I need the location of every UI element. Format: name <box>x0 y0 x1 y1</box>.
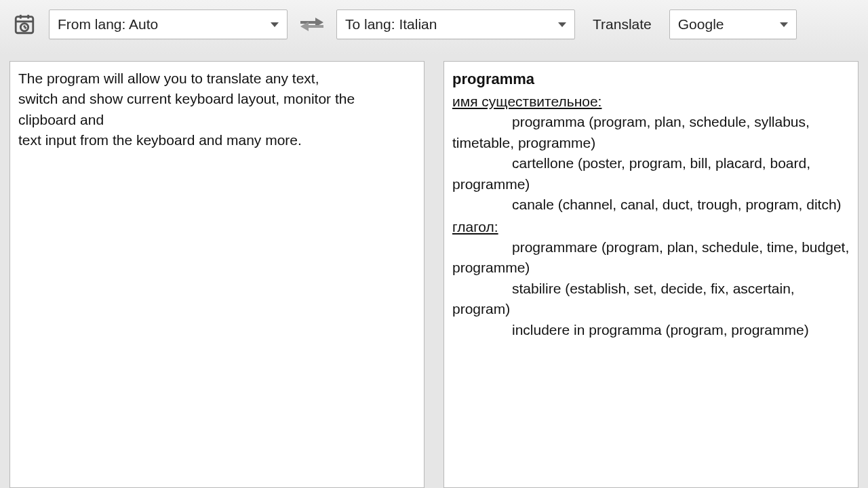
result-pane: programmaимя существительное:programma (… <box>443 61 859 488</box>
headword: programma <box>452 68 850 90</box>
part-of-speech: глагол: <box>452 217 850 237</box>
content-area: The program will allow you to translate … <box>0 52 868 488</box>
from-language-dropdown[interactable]: From lang: Auto <box>49 9 288 39</box>
swap-languages-icon[interactable] <box>297 9 327 39</box>
sense: programmare (program, plan, schedule, ti… <box>452 237 850 279</box>
to-language-dropdown[interactable]: To lang: Italian <box>336 9 575 39</box>
sense: canale (channel, canal, duct, trough, pr… <box>452 195 850 215</box>
sense: includere in programma (program, program… <box>452 320 850 340</box>
source-line: text input from the keyboard and many mo… <box>18 130 416 150</box>
from-language-label: From lang: Auto <box>58 16 265 33</box>
sense: stabilire (establish, set, decide, fix, … <box>452 279 850 320</box>
to-language-label: To lang: Italian <box>345 16 553 33</box>
chevron-down-icon <box>558 22 566 27</box>
chevron-down-icon <box>271 22 279 27</box>
part-of-speech: имя существительное: <box>452 92 850 112</box>
translate-button[interactable]: Translate <box>585 16 660 33</box>
engine-dropdown[interactable]: Google <box>669 9 797 39</box>
history-icon[interactable] <box>9 9 39 39</box>
engine-label: Google <box>678 16 774 33</box>
svg-line-6 <box>24 27 26 28</box>
source-line: The program will allow you to translate … <box>18 68 416 89</box>
sense: cartellone (poster, program, bill, placa… <box>452 153 850 195</box>
sense: programma (program, plan, schedule, syll… <box>452 112 850 153</box>
source-line: switch and show current keyboard layout,… <box>18 89 416 130</box>
chevron-down-icon <box>780 22 788 27</box>
toolbar: From lang: Auto To lang: Italian Transla… <box>0 0 868 52</box>
source-text-pane[interactable]: The program will allow you to translate … <box>9 61 425 488</box>
